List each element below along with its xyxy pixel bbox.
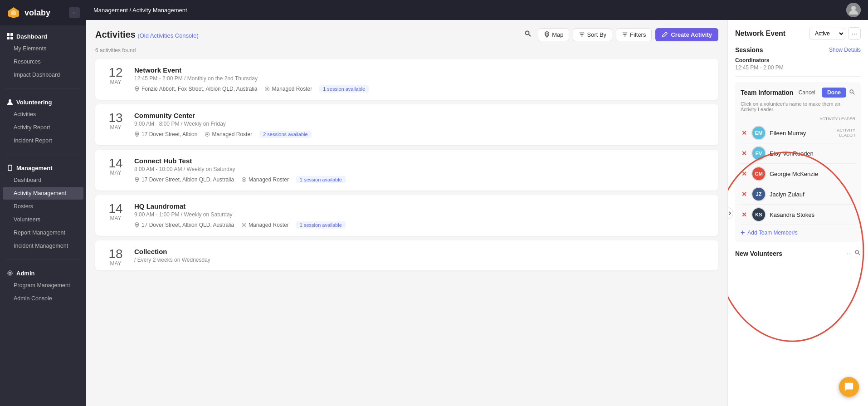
member-name-ks[interactable]: Kasandra Stokes [770, 211, 855, 218]
member-name-em[interactable]: Eileen Murray [770, 130, 833, 137]
search-icon-2 [849, 89, 855, 95]
team-member-row-ks: ✕ KS Kasandra Stokes [741, 205, 855, 225]
old-console-link[interactable]: (Old Activities Console) [137, 32, 198, 39]
remove-member-gm[interactable]: ✕ [741, 170, 748, 177]
activity-card-1[interactable]: 12 May Network Event 12:45 PM - 2:00 PM … [95, 59, 718, 100]
new-volunteers-title: New Volunteers [735, 250, 782, 257]
chevron-right-icon [727, 211, 732, 215]
activity-roster-2: Managed Roster [205, 131, 252, 137]
sidebar-item-mgmt-dashboard[interactable]: Dashboard [3, 174, 83, 186]
coordinators-section: Coordinators 12:45 PM - 2:00 PM [735, 57, 861, 71]
status-dropdown[interactable]: Active Inactive [809, 28, 845, 39]
team-done-button[interactable]: Done [822, 88, 846, 98]
coordinators-label: Coordinators [735, 57, 861, 64]
svg-point-33 [850, 90, 853, 93]
sidebar-item-activity-report[interactable]: Activity Report [3, 121, 83, 134]
remove-member-ks[interactable]: ✕ [741, 211, 748, 218]
svg-point-21 [136, 88, 138, 89]
svg-point-27 [136, 178, 138, 180]
search-icon [524, 30, 532, 37]
activity-location-4: 17 Dover Street, Albion QLD, Australia [134, 222, 234, 228]
activity-location-3: 17 Dover Street, Albion QLD, Australia [134, 176, 234, 183]
activity-date-3: 14 May [104, 157, 127, 176]
topbar: Management / Activity Management [86, 0, 868, 20]
activity-day-3: 14 [104, 157, 127, 170]
map-button-label: Map [552, 31, 563, 38]
member-name-gm[interactable]: Georgie McKenzie [770, 171, 855, 177]
sidebar-section-label-management: Management [16, 165, 52, 171]
avatar-gm: GM [751, 166, 766, 181]
remove-member-em[interactable]: ✕ [741, 129, 748, 137]
avatar-ev: EV [751, 146, 766, 161]
sidebar-item-activities[interactable]: Activities [3, 108, 83, 121]
grid-icon [6, 33, 14, 40]
sidebar-collapse-button[interactable]: ← [69, 7, 80, 18]
create-activity-button[interactable]: Create Activity [655, 28, 718, 41]
member-name-jz[interactable]: Jaclyn Zulauf [770, 191, 855, 198]
search-button[interactable] [522, 27, 534, 42]
activity-day-4: 14 [104, 202, 127, 215]
panel-actions: Active Inactive ··· [809, 27, 861, 40]
roster-icon-4 [241, 222, 247, 228]
filters-button[interactable]: Filters [616, 28, 652, 41]
add-member-label: Add Team Member/s [747, 230, 798, 236]
activity-card-4[interactable]: 14 May HQ Laundromat 9:00 AM - 1:00 PM /… [95, 195, 718, 236]
team-search-icon[interactable] [849, 89, 855, 97]
sidebar-item-admin-console[interactable]: Admin Console [3, 292, 83, 305]
sidebar-item-volunteers[interactable]: Volunteers [3, 213, 83, 226]
activity-card-3[interactable]: 14 May Connect Hub Test 8:00 AM - 10:00 … [95, 150, 718, 191]
chat-bubble-button[interactable] [839, 377, 859, 397]
activity-info-4: HQ Laundromat 9:00 AM - 1:00 PM / Weekly… [134, 202, 709, 229]
svg-rect-8 [9, 165, 11, 166]
panel-toggle-button[interactable] [727, 207, 733, 219]
svg-rect-3 [10, 33, 13, 36]
gear-icon [6, 269, 14, 277]
svg-rect-7 [8, 165, 12, 171]
sidebar-item-my-elements[interactable]: My Elements [3, 42, 83, 55]
avatar-jz: JZ [751, 187, 766, 201]
activity-info-5: Collection / Every 2 weeks on Wednesday [134, 248, 709, 267]
show-details-link[interactable]: Show Details [829, 47, 861, 53]
sessions-header: Sessions Show Details [735, 46, 861, 54]
team-info-title: Team Information [741, 89, 793, 96]
sidebar-item-rosters[interactable]: Rosters [3, 200, 83, 213]
panel-more-button[interactable]: ··· [848, 27, 861, 40]
activity-roster-text-2: Managed Roster [212, 131, 252, 137]
sidebar-item-incident-report[interactable]: Incident Report [3, 134, 83, 147]
activity-card-2[interactable]: 13 May Community Center 9:00 AM - 8:00 P… [95, 104, 718, 145]
svg-line-34 [853, 93, 855, 94]
activity-month-3: May [104, 170, 127, 176]
activity-roster-1: Managed Roster [264, 86, 312, 92]
add-team-member-button[interactable]: + Add Team Member/s [741, 229, 855, 237]
sort-button[interactable]: Sort By [573, 28, 612, 41]
new-volunteers-more-button[interactable]: ··· [847, 249, 852, 257]
sidebar-item-activity-management[interactable]: Activity Management [3, 187, 83, 200]
map-button[interactable]: Map [538, 28, 569, 41]
avatar-ks: KS [751, 207, 766, 222]
sidebar-item-resources[interactable]: Resources [3, 55, 83, 68]
svg-line-13 [529, 34, 531, 36]
activity-roster-text-3: Managed Roster [249, 176, 289, 183]
panel-title: Network Event [735, 29, 785, 38]
sidebar-section-header-volunteering: Volunteering [0, 95, 86, 108]
sidebar-item-program-management[interactable]: Program Management [3, 279, 83, 292]
activity-name-4: HQ Laundromat [134, 202, 709, 210]
sidebar-item-report-management[interactable]: Report Management [3, 226, 83, 239]
location-icon-2 [134, 132, 140, 137]
sidebar-item-incident-management[interactable]: Incident Management [3, 240, 83, 252]
location-icon-3 [134, 177, 140, 182]
activity-meta-2: 17 Dover Street, Albion Managed Roster 2… [134, 131, 709, 138]
remove-member-ev[interactable]: ✕ [741, 150, 748, 157]
member-name-ev[interactable]: Eloy VonRueden [770, 150, 855, 157]
new-volunteers-search-button[interactable] [854, 249, 861, 257]
new-volunteers-actions: ··· [847, 249, 861, 257]
user-avatar[interactable] [846, 3, 861, 17]
remove-member-jz[interactable]: ✕ [741, 191, 748, 198]
svg-point-9 [9, 272, 11, 274]
svg-point-30 [136, 224, 138, 225]
activity-card-5[interactable]: 18 May Collection / Every 2 weeks on Wed… [95, 240, 718, 270]
team-info-section: Team Information Cancel Done Click on a … [735, 82, 861, 242]
sidebar-item-impact-dashboard[interactable]: Impact Dashboard [3, 68, 83, 81]
team-cancel-button[interactable]: Cancel [795, 88, 819, 98]
sidebar-divider-2 [6, 154, 80, 154]
